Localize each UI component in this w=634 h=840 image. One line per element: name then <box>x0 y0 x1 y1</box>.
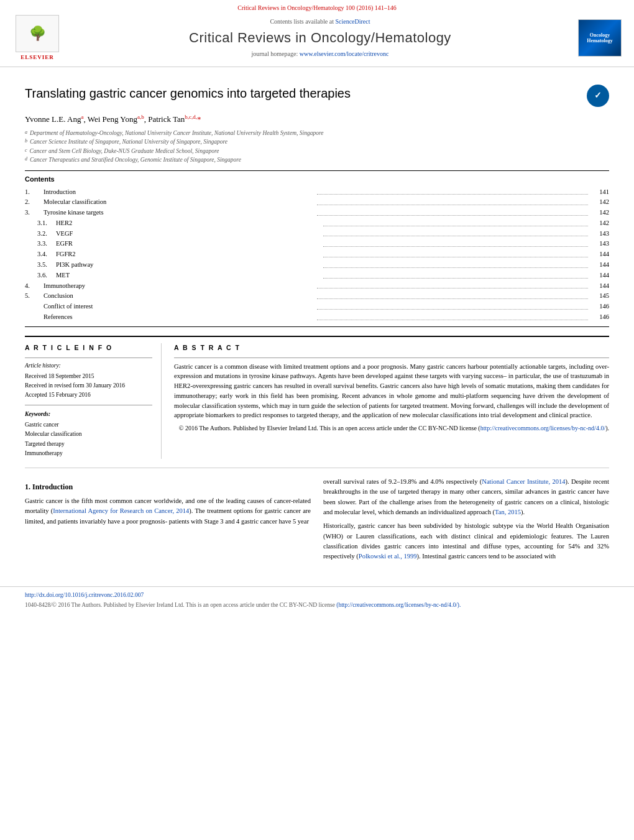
keyword-4: Immunotherapy <box>25 450 152 458</box>
info-abstract-section: A R T I C L E I N F O Article history: R… <box>25 336 609 459</box>
toc-page-34: 144 <box>590 249 609 260</box>
article-info-col: A R T I C L E I N F O Article history: R… <box>25 343 162 459</box>
crossmark-badge[interactable]: ✓ <box>587 85 609 107</box>
article-info-divider <box>25 358 152 358</box>
main-col-left: 1. Introduction Gastric cancer is the fi… <box>25 477 311 565</box>
toc-label-3: Tyrosine kinase targets <box>44 208 315 218</box>
journal-title-block: Contents lists available at ScienceDirec… <box>62 17 578 58</box>
toc-label-31: HER2 <box>56 218 321 229</box>
affil-d: d Cancer Therapeutics and Stratified Onc… <box>25 155 609 164</box>
elsevier-logo-box: 🌳 <box>16 15 59 52</box>
main-content-section: 1. Introduction Gastric cancer is the fi… <box>25 468 609 565</box>
abstract-text: Gastric cancer is a common disease with … <box>174 362 609 421</box>
keyword-3: Targeted therapy <box>25 440 152 448</box>
toc-dots-2 <box>317 195 588 205</box>
toc-label-36: MET <box>56 270 321 281</box>
toc-page-3: 142 <box>590 208 609 218</box>
author-3: Patrick Tan <box>148 114 185 124</box>
toc-dots-36 <box>323 268 588 279</box>
footer-doi-link[interactable]: http://dx.doi.org/10.1016/j.critrevonc.2… <box>25 592 144 598</box>
footer-license-link[interactable]: (http://creativecommons.org/licenses/by-… <box>336 602 461 608</box>
abstract-divider <box>174 358 609 358</box>
ref-link-4[interactable]: Polkowski et al., 1999 <box>359 553 417 560</box>
ref-link-2[interactable]: National Cancer Institute, 2014 <box>482 478 565 485</box>
article-info-heading: A R T I C L E I N F O <box>25 343 152 353</box>
toc-dots-5 <box>317 288 588 299</box>
toc-label-35: PI3K pathway <box>56 260 321 270</box>
elsevier-logo: 🌳 ELSEVIER <box>12 15 62 62</box>
toc-page-32: 143 <box>590 229 609 239</box>
toc-dots-33 <box>323 236 588 247</box>
contents-available-text: Contents lists available at <box>270 18 333 25</box>
affil-d-text: Cancer Therapeutics and Stratified Oncol… <box>30 155 241 164</box>
toc-page-33: 143 <box>590 239 609 249</box>
contents-heading: Contents <box>25 175 609 184</box>
homepage-label: journal homepage: <box>252 50 298 57</box>
revised-date: Received in revised form 30 January 2016 <box>25 382 152 390</box>
toc-num-32: 3.2. <box>25 229 56 239</box>
page-footer: http://dx.doi.org/10.1016/j.critrevonc.2… <box>0 586 634 613</box>
affil-a-sup: a <box>25 129 27 137</box>
toc-num-2: 2. <box>25 197 44 208</box>
toc-dots-34 <box>323 247 588 257</box>
elsevier-tree-icon: 🌳 <box>29 24 46 44</box>
author-1-sup: a <box>81 114 83 120</box>
toc-dots-1 <box>317 185 588 195</box>
license-link[interactable]: http://creativecommons.org/licenses/by-n… <box>480 425 605 432</box>
affil-c: c Cancer and Stem Cell Biology, Duke-NUS… <box>25 147 609 155</box>
main-col-right: overall survival rates of 9.2–19.8% and … <box>323 477 609 565</box>
affil-c-text: Cancer and Stem Cell Biology, Duke-NUS G… <box>30 147 219 155</box>
intro-para-2: overall survival rates of 9.2–19.8% and … <box>323 477 609 517</box>
toc-num-conflict <box>25 302 44 312</box>
elsevier-label: ELSEVIER <box>21 53 54 62</box>
received-date: Received 18 September 2015 <box>25 372 152 381</box>
journal-thumb-text: OncologyHematology <box>587 32 612 44</box>
intro-section-num: 1. <box>25 482 30 491</box>
toc-page-1: 141 <box>590 187 609 198</box>
article-body: Translating gastric cancer genomics into… <box>0 67 634 578</box>
toc-page-31: 142 <box>590 218 609 229</box>
keywords-heading: Keywords: <box>25 410 152 418</box>
toc-num-36: 3.6. <box>25 270 56 281</box>
toc-num-34: 3.4. <box>25 249 56 260</box>
toc-dots-3 <box>317 205 588 216</box>
author-3-sup: b,c,d, <box>185 114 197 120</box>
intro-para-1: Gastric cancer is the fifth most common … <box>25 496 311 527</box>
toc-label-conflict: Conflict of interest <box>44 302 315 312</box>
sciencedirect-link[interactable]: ScienceDirect <box>335 18 370 25</box>
abstract-heading: A B S T R A C T <box>174 343 609 353</box>
homepage-url[interactable]: www.elsevier.com/locate/critrevonc <box>300 50 389 57</box>
toc-page-35: 144 <box>590 260 609 270</box>
contents-section: Contents 1. Introduction 141 2. Molecula… <box>25 170 609 327</box>
license-text-start: © 2016 The Authors. Published by Elsevie… <box>179 425 609 432</box>
toc-label-32: VEGF <box>56 229 321 239</box>
ref-link-1[interactable]: International Agency for Research on Can… <box>53 507 189 514</box>
journal-thumbnail: OncologyHematology <box>578 19 622 57</box>
toc-label-2: Molecular classification <box>44 197 315 208</box>
toc-label-33: EGFR <box>56 239 321 249</box>
intro-section-title: Introduction <box>32 482 73 491</box>
affil-b-text: Cancer Science Institute of Singapore, N… <box>30 137 227 146</box>
toc-num-refs <box>25 312 44 323</box>
journal-main-title: Critical Reviews in Oncology/Hematology <box>62 29 578 48</box>
affiliations: a Department of Haematology-Oncology, Na… <box>25 129 609 164</box>
article-history-label: Article history: <box>25 362 152 370</box>
affil-c-sup: c <box>25 147 27 155</box>
author-2: Wei Peng Yong <box>88 114 137 124</box>
toc-dots-32 <box>323 226 588 237</box>
toc-num-31: 3.1. <box>25 218 56 229</box>
toc-page-5: 145 <box>590 291 609 302</box>
affil-b-sup: b <box>25 137 27 146</box>
corresponding-asterisk: * <box>197 114 201 124</box>
ref-link-3[interactable]: Tan, 2015 <box>495 509 521 515</box>
contents-line: Contents lists available at ScienceDirec… <box>62 17 578 26</box>
toc-dots-31 <box>323 216 588 226</box>
toc-page-conflict: 146 <box>590 302 609 312</box>
affil-d-sup: d <box>25 155 27 164</box>
toc-dots-4 <box>317 279 588 289</box>
abstract-col: A B S T R A C T Gastric cancer is a comm… <box>174 343 609 459</box>
toc-num-3: 3. <box>25 208 44 218</box>
affil-a: a Department of Haematology-Oncology, Na… <box>25 129 609 137</box>
intro-para-3: Historically, gastric cancer has been su… <box>323 521 609 561</box>
toc-dots-35 <box>323 257 588 268</box>
